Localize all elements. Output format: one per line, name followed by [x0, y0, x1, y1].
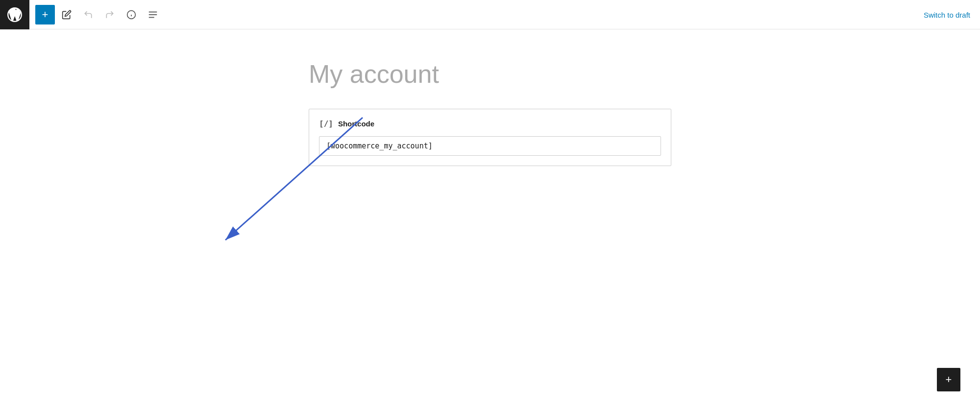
info-icon	[126, 10, 136, 20]
toolbar: +	[0, 0, 980, 29]
toolbar-right: Switch to draft	[924, 0, 980, 29]
content-area: My account [/] Shortcode	[270, 29, 710, 186]
info-button[interactable]	[122, 5, 141, 24]
page-title: My account	[309, 59, 671, 89]
toolbar-left: +	[29, 5, 169, 24]
shortcode-label: Shortcode	[338, 120, 374, 128]
redo-icon	[105, 10, 115, 20]
shortcode-input[interactable]	[319, 136, 661, 156]
undo-icon	[83, 10, 93, 20]
shortcode-header: [/] Shortcode	[319, 119, 661, 128]
bottom-add-button[interactable]: +	[937, 368, 960, 391]
redo-button[interactable]	[100, 5, 120, 24]
wordpress-icon	[6, 6, 24, 24]
edit-button[interactable]	[57, 5, 76, 24]
wp-logo	[0, 0, 29, 29]
shortcode-block: [/] Shortcode	[309, 109, 671, 166]
shortcode-icon: [/]	[319, 119, 333, 128]
undo-button[interactable]	[78, 5, 98, 24]
switch-to-draft-button[interactable]: Switch to draft	[924, 11, 970, 19]
add-block-button[interactable]: +	[35, 5, 55, 24]
pencil-icon	[62, 10, 72, 20]
tools-icon	[147, 9, 158, 20]
tools-button[interactable]	[143, 5, 163, 24]
